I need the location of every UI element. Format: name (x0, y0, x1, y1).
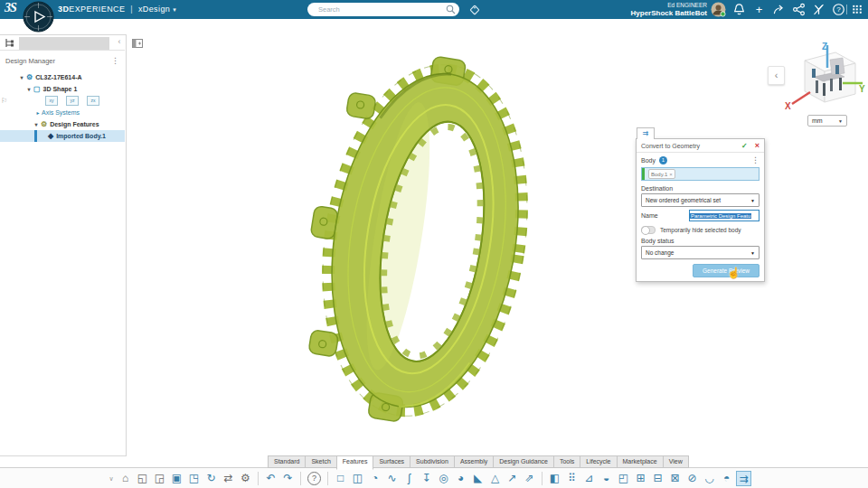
add-body-icon[interactable]: ⊞ (633, 471, 648, 486)
tab-standard[interactable]: Standard (268, 455, 306, 468)
compass-play-icon[interactable] (22, 0, 55, 33)
thick-surface-icon[interactable]: ⊿ (581, 471, 597, 486)
tab-assembly[interactable]: Assembly (454, 455, 494, 468)
corner-icon[interactable]: ◰ (616, 471, 631, 486)
revolve-icon[interactable]: ◔ (367, 471, 382, 486)
save-icon[interactable]: ▣ (169, 471, 184, 486)
panel-tab-inactive[interactable] (19, 37, 109, 50)
tab-features[interactable]: Features (336, 455, 374, 470)
brand-title[interactable]: 3DEXPERIENCE | xDesign ▾ (58, 0, 176, 19)
panel-menu-dots[interactable]: ⋮ (111, 56, 119, 65)
user-info[interactable]: Ed ENGINEER HyperShock BattleBot (579, 2, 707, 18)
panel-collapse-chevron[interactable]: ‹ (114, 36, 125, 48)
thicken-icon[interactable]: ◓ (719, 471, 734, 486)
fillet-icon[interactable]: ◕ (453, 471, 468, 486)
offset-surface-icon[interactable]: ◡ (702, 471, 717, 486)
move-face-icon[interactable]: ↗ (505, 471, 520, 486)
loft-icon[interactable]: ↧ (419, 471, 434, 486)
tree-item-design-features[interactable]: ▾ ⚙ Design Features (0, 118, 125, 130)
units-dropdown[interactable]: mm ▼ (807, 115, 847, 127)
tree-item-3d-shape[interactable]: ▾ ▢ 3D Shape 1 (0, 83, 125, 95)
hide-body-toggle[interactable] (641, 226, 656, 234)
close-content-icon[interactable]: ◲ (152, 471, 167, 486)
tab-tools[interactable]: Tools (553, 455, 580, 468)
caret-right-icon[interactable]: ▸ (34, 109, 42, 116)
caret-down-icon[interactable]: ▾ (25, 86, 33, 92)
undo-icon[interactable]: ↶ (263, 471, 278, 486)
destination-dropdown[interactable]: New ordered geometrical set ▼ (641, 193, 760, 207)
mirror-icon[interactable]: ◧ (547, 471, 562, 486)
body-selection-field[interactable]: Body.1 × (641, 167, 760, 181)
chip-remove-icon[interactable]: × (669, 172, 673, 177)
convert-to-geometry-icon[interactable]: ⇉ (736, 471, 751, 486)
tab-design-guidance[interactable]: Design Guidance (493, 455, 554, 468)
redo-icon[interactable]: ↷ (280, 471, 296, 486)
toolbar-overflow-icon[interactable]: ∨ (107, 471, 116, 486)
tab-subdivision[interactable]: Subdivision (410, 455, 455, 468)
shell-icon[interactable]: ◎ (436, 471, 451, 486)
intersect-body-icon[interactable]: ⊠ (667, 471, 683, 486)
split-body-icon[interactable]: ⊘ (684, 471, 700, 486)
home-icon[interactable]: ⌂ (118, 471, 133, 486)
settings-icon[interactable]: ⚙ (238, 471, 253, 486)
tree-item-imported-body[interactable]: ◆ Imported Body.1 (0, 130, 125, 142)
search-bar[interactable] (307, 3, 459, 16)
avatar[interactable] (711, 2, 726, 17)
app-switcher-grid-icon[interactable] (851, 3, 864, 16)
replace-content-icon[interactable]: ⇄ (221, 471, 236, 486)
body-menu-dots[interactable]: ⋮ (751, 155, 760, 164)
expand-panel-icon[interactable] (131, 37, 144, 50)
selection-chip[interactable]: Body.1 × (648, 169, 675, 179)
name-row: Name Parametric Design Featu (637, 207, 764, 222)
tree-view-icon[interactable] (4, 37, 16, 50)
body-status-dropdown[interactable]: No change ▼ (641, 246, 760, 259)
share-network-icon[interactable] (792, 3, 806, 16)
tab-marketplace[interactable]: Marketplace (617, 455, 664, 468)
generate-preview-button[interactable]: Generate Preview (693, 264, 760, 277)
panel-edge-flag-icon[interactable]: ⚐ (1, 97, 7, 105)
plane-xy-icon[interactable]: xy (45, 96, 58, 106)
plane-zx-icon[interactable]: zx (87, 96, 99, 106)
draft-icon[interactable]: △ (487, 471, 503, 486)
sweep-icon[interactable]: ∿ (384, 471, 400, 486)
save-with-options-icon[interactable]: ◳ (186, 471, 202, 486)
tab-view[interactable]: View (663, 455, 689, 468)
notifications-bell-icon[interactable] (732, 3, 746, 16)
3ds-logo-icon[interactable]: 3S (5, 1, 16, 15)
caret-down-icon[interactable]: ▾ (33, 121, 40, 127)
rib-icon[interactable]: ◫ (350, 471, 365, 486)
swym-community-icon[interactable] (812, 3, 826, 16)
tab-lifecycle[interactable]: Lifecycle (580, 455, 617, 468)
remove-body-icon[interactable]: ⊟ (650, 471, 665, 486)
chamfer-icon[interactable]: ◣ (470, 471, 486, 486)
search-icon[interactable] (446, 5, 456, 14)
plane-yz-icon[interactable]: yz (66, 96, 79, 106)
dome-icon[interactable]: ◒ (599, 471, 614, 486)
search-input[interactable] (316, 5, 446, 14)
tab-sketch[interactable]: Sketch (305, 455, 336, 468)
sprocket-3d-model[interactable] (289, 55, 561, 427)
spline-sweep-icon[interactable]: ʃ (401, 471, 417, 486)
dialog-tab-convert-icon[interactable]: ⇉ (637, 127, 655, 139)
confirm-check-icon[interactable]: ✓ (741, 142, 748, 150)
tag-icon[interactable] (468, 4, 481, 16)
tree-item-axis-systems[interactable]: ▸ Axis Systems (0, 107, 125, 118)
name-input[interactable]: Parametric Design Featu (689, 210, 760, 221)
help-icon[interactable]: ? (832, 3, 845, 16)
tree-item-product[interactable]: ▾ ⚙ CL3Z-17E614-A (0, 71, 125, 83)
scale-body-icon[interactable]: ⇗ (522, 471, 537, 486)
axis-z-label: Z (822, 42, 827, 52)
add-content-plus-icon[interactable]: + (752, 3, 766, 16)
help-icon[interactable]: ? (307, 472, 321, 485)
pad-icon[interactable]: □ (333, 471, 348, 486)
share-forward-icon[interactable] (772, 3, 786, 16)
new-content-icon[interactable]: ◱ (135, 471, 150, 486)
refresh-icon[interactable]: ↻ (203, 471, 219, 486)
bottom-toolbar-icons: ∨⌂◱◲▣◳↻⇄⚙↶↷?□◫◔∿ʃ↧◎◕◣△↗⇗◧⠿⊿◒◰⊞⊟⊠⊘◡◓⇉ (107, 470, 751, 487)
tab-surfaces[interactable]: Surfaces (373, 455, 410, 468)
view-cube[interactable]: Z Y X (783, 41, 866, 113)
pattern-icon[interactable]: ⠿ (564, 471, 580, 486)
close-icon[interactable]: × (755, 141, 760, 150)
caret-down-icon[interactable]: ▾ (18, 74, 25, 80)
app-menu-caret-icon[interactable]: ▾ (173, 6, 176, 13)
